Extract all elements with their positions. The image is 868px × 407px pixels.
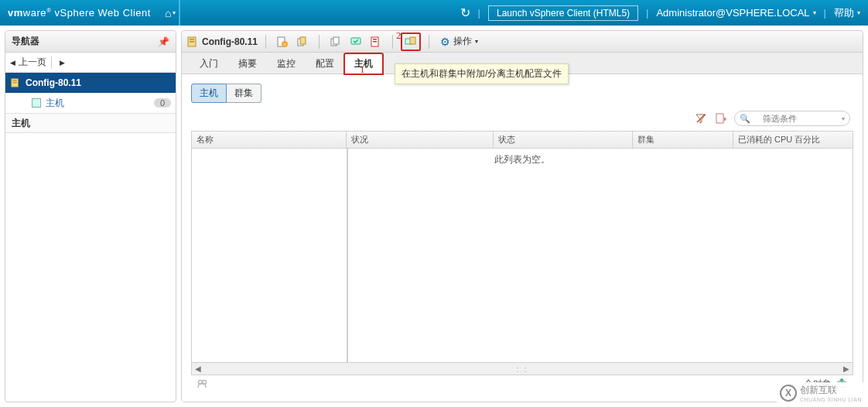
toolbar-separator bbox=[392, 35, 393, 49]
profile-icon bbox=[186, 36, 199, 48]
nav-back-row: ◀ 上一页 ▶ bbox=[5, 53, 176, 73]
separator: | bbox=[478, 7, 480, 19]
scroll-right-icon[interactable]: ▶ bbox=[840, 364, 853, 373]
column-cluster[interactable]: 群集 bbox=[633, 132, 733, 148]
toolbar-separator bbox=[319, 35, 320, 49]
svg-rect-5 bbox=[190, 41, 194, 43]
host-icon bbox=[32, 98, 41, 108]
scroll-grip: : : bbox=[516, 364, 528, 374]
object-title: Config-80.11 bbox=[186, 36, 258, 48]
tab-configure[interactable]: 配置 bbox=[306, 53, 344, 74]
grid-body: 此列表为空。 bbox=[192, 149, 853, 362]
navigator-title: 导航器 bbox=[12, 35, 39, 48]
nav-tree: Config-80.11 主机 0 bbox=[5, 73, 176, 113]
nav-hosts-header: 主机 bbox=[5, 113, 176, 133]
top-bar: vmware® vSphere Web Client ⌂▾ ↻ | Launch… bbox=[0, 0, 868, 26]
column-status[interactable]: 状况 bbox=[347, 132, 494, 148]
pin-icon[interactable]: 📌 bbox=[158, 36, 169, 47]
tab-summary[interactable]: 摘要 bbox=[228, 53, 267, 74]
filter-row: 🔍 ▾ bbox=[191, 109, 853, 131]
column-cpu[interactable]: 已消耗的 CPU 百分比 bbox=[733, 132, 853, 148]
toolbar-duplicate-button[interactable] bbox=[327, 33, 344, 50]
nav-back-button[interactable]: ◀ bbox=[10, 59, 15, 67]
empty-message: 此列表为空。 bbox=[192, 153, 853, 166]
navigator-panel: 导航器 📌 ◀ 上一页 ▶ Config-80.11 主机 0 主机 bbox=[5, 30, 176, 402]
toolbar-check-compliance-button[interactable]: ? bbox=[274, 33, 291, 50]
watermark: X 创新互联 CHUANG XINHU LIAN bbox=[777, 382, 865, 404]
watermark-subtext: CHUANG XINHU LIAN bbox=[800, 397, 862, 402]
home-button[interactable]: ⌂▾ bbox=[165, 7, 176, 19]
svg-rect-12 bbox=[333, 37, 339, 44]
separator: | bbox=[824, 7, 826, 19]
scroll-left-icon[interactable]: ◀ bbox=[192, 364, 204, 373]
actions-menu[interactable]: ⚙ 操作 ▾ bbox=[437, 35, 481, 48]
filter-input[interactable] bbox=[761, 113, 831, 124]
grid-status-row: ... 个对象 bbox=[191, 375, 853, 392]
toolbar-separator bbox=[265, 35, 266, 49]
svg-point-22 bbox=[203, 381, 207, 385]
toolbar-export-button[interactable] bbox=[367, 33, 384, 50]
clear-filter-icon[interactable] bbox=[694, 111, 708, 125]
column-settings-icon[interactable] bbox=[714, 111, 728, 125]
search-icon: 🔍 bbox=[740, 114, 750, 124]
subtab-clusters[interactable]: 群集 bbox=[227, 84, 261, 103]
separator: | bbox=[646, 7, 648, 19]
column-name[interactable]: 名称 bbox=[192, 132, 347, 148]
host-count-badge: 0 bbox=[154, 98, 171, 108]
toolbar-copy-settings-button[interactable] bbox=[294, 33, 311, 50]
chevron-down-icon: ▾ bbox=[475, 38, 478, 45]
help-menu[interactable]: 帮助▾ bbox=[834, 6, 860, 20]
svg-rect-2 bbox=[13, 82, 17, 83]
tooltip: 在主机和群集中附加/分离主机配置文件 bbox=[395, 63, 569, 84]
column-state[interactable]: 状态 bbox=[494, 132, 633, 148]
watermark-logo: X bbox=[780, 385, 797, 402]
profile-icon bbox=[10, 77, 21, 88]
svg-line-19 bbox=[697, 115, 705, 122]
hosts-grid: 名称 状况 状态 群集 已消耗的 CPU 百分比 此列表为空。 ◀ : : ▶ bbox=[191, 131, 853, 375]
subtabs: 主机 群集 bbox=[191, 84, 853, 103]
toolbar-attach-detach-button[interactable] bbox=[401, 32, 421, 51]
column-resizer[interactable] bbox=[347, 149, 348, 362]
tree-item-config[interactable]: Config-80.11 bbox=[5, 73, 176, 93]
tree-child-label: 主机 bbox=[46, 97, 64, 110]
main-toolbar: Config-80.11 ? bbox=[182, 31, 863, 53]
tab-monitor[interactable]: 监控 bbox=[267, 53, 306, 74]
svg-rect-15 bbox=[373, 39, 377, 40]
main-panel: Config-80.11 ? bbox=[181, 30, 863, 402]
toolbar-remediate-button[interactable] bbox=[347, 33, 364, 50]
user-menu[interactable]: Administrator@VSPHERE.LOCAL▾ bbox=[656, 7, 815, 19]
svg-rect-4 bbox=[190, 39, 194, 40]
grid-header: 名称 状况 状态 群集 已消耗的 CPU 百分比 bbox=[192, 132, 853, 149]
svg-rect-20 bbox=[716, 114, 723, 123]
refresh-icon[interactable]: ↻ bbox=[460, 5, 470, 20]
navigator-header: 导航器 📌 bbox=[5, 31, 176, 53]
tab-hosts[interactable]: 主机 bbox=[344, 53, 383, 74]
divider bbox=[179, 0, 180, 26]
watermark-text: 创新互联 bbox=[800, 385, 837, 395]
tab-getting-started[interactable]: 入门 bbox=[190, 53, 228, 74]
find-icon[interactable] bbox=[196, 378, 210, 390]
subtab-hosts[interactable]: 主机 bbox=[191, 84, 227, 103]
tree-item-hosts[interactable]: 主机 0 bbox=[5, 93, 176, 113]
gear-icon: ⚙ bbox=[440, 36, 450, 48]
nav-back-label[interactable]: 上一页 bbox=[19, 56, 46, 69]
tab-content: 主机 群集 🔍 ▾ 名称 状况 bbox=[182, 74, 863, 402]
svg-rect-1 bbox=[13, 80, 17, 81]
svg-rect-18 bbox=[410, 37, 415, 44]
tree-item-label: Config-80.11 bbox=[26, 77, 81, 88]
nav-forward-button[interactable]: ▶ bbox=[60, 59, 65, 67]
brand: vmware® vSphere Web Client bbox=[8, 7, 151, 19]
svg-rect-16 bbox=[373, 41, 377, 43]
filter-search[interactable]: 🔍 ▾ bbox=[734, 111, 850, 126]
svg-rect-10 bbox=[300, 37, 306, 44]
nav-empty-area bbox=[5, 133, 176, 402]
chevron-down-icon: ▾ bbox=[842, 115, 845, 122]
toolbar-separator bbox=[429, 35, 429, 49]
divider bbox=[51, 56, 52, 69]
horizontal-scrollbar[interactable]: ◀ : : ▶ bbox=[192, 362, 853, 375]
launch-html5-button[interactable]: Launch vSphere Client (HTML5) bbox=[488, 5, 638, 21]
